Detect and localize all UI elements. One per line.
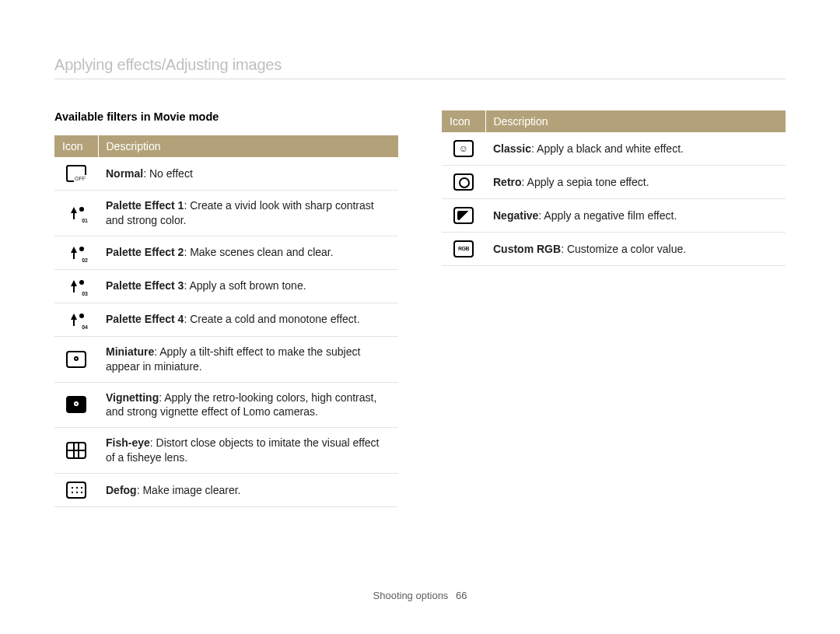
- svg-point-2: [79, 280, 84, 285]
- left-column: Available filters in Movie mode Icon Des…: [54, 110, 398, 507]
- col-header-icon: Icon: [442, 110, 485, 132]
- content-columns: Available filters in Movie mode Icon Des…: [54, 110, 786, 507]
- filter-name: Retro: [493, 176, 522, 188]
- table-row: 04 Palette Effect 4: Create a cold and m…: [54, 303, 398, 336]
- filter-name: Negative: [493, 209, 538, 222]
- table-row: Defog: Make image clearer.: [54, 474, 398, 507]
- filter-text: : Apply a soft brown tone.: [184, 279, 306, 292]
- table-row: Retro: Apply a sepia tone effect.: [442, 166, 786, 199]
- miniature-icon: [66, 351, 86, 368]
- filter-text: : No effect: [143, 167, 193, 180]
- svg-point-0: [79, 207, 84, 212]
- col-header-description: Description: [98, 135, 398, 157]
- filter-name: Palette Effect 2: [106, 246, 184, 258]
- section-heading: Available filters in Movie mode: [54, 110, 398, 123]
- table-row: Negative: Apply a negative film effect.: [442, 199, 786, 233]
- filter-text: : Make image clearer.: [137, 484, 241, 496]
- vignetting-icon: [66, 396, 86, 413]
- table-row: 03 Palette Effect 3: Apply a soft brown …: [54, 269, 398, 303]
- filter-text: : Customize a color value.: [561, 243, 686, 255]
- footer-section: Shooting options: [373, 590, 449, 601]
- custom-rgb-icon: [453, 240, 474, 257]
- filter-name: Palette Effect 3: [106, 279, 184, 292]
- negative-icon: [453, 207, 474, 224]
- filter-name: Miniature: [106, 345, 154, 358]
- classic-icon: [453, 140, 474, 157]
- filter-name: Custom RGB: [493, 243, 561, 255]
- table-row: 02 Palette Effect 2: Make scenes clean a…: [54, 236, 398, 269]
- table-row: Fish-eye: Distort close objects to imita…: [54, 428, 398, 474]
- retro-icon: [453, 173, 474, 191]
- filter-name: Classic: [493, 142, 531, 155]
- right-column: Icon Description Classic: Apply a black …: [442, 110, 786, 507]
- table-row: Custom RGB: Customize a color value.: [442, 233, 786, 266]
- table-row: 01 Palette Effect 1: Create a vivid look…: [54, 191, 398, 236]
- palette-1-icon: 01: [66, 205, 86, 222]
- col-header-description: Description: [485, 110, 786, 132]
- normal-off-icon: [66, 165, 86, 182]
- filters-table-right: Icon Description Classic: Apply a black …: [442, 110, 786, 266]
- filter-name: Vignetting: [106, 391, 159, 404]
- palette-4-icon: 04: [66, 311, 86, 328]
- svg-point-1: [79, 247, 84, 251]
- table-row: Miniature: Apply a tilt-shift effect to …: [54, 336, 398, 382]
- fisheye-icon: [66, 442, 86, 459]
- filter-name: Normal: [106, 167, 143, 180]
- table-row: Normal: No effect: [54, 157, 398, 191]
- defog-icon: [66, 482, 86, 499]
- page-footer: Shooting options 66: [0, 590, 840, 601]
- filter-name: Fish-eye: [106, 436, 150, 449]
- filter-text: : Create a cold and monotone effect.: [184, 313, 359, 325]
- table-row: Vignetting: Apply the retro-looking colo…: [54, 382, 398, 428]
- col-header-icon: Icon: [54, 135, 98, 157]
- table-row: Classic: Apply a black and white effect.: [442, 132, 786, 166]
- svg-point-3: [79, 313, 84, 318]
- palette-2-icon: 02: [66, 244, 86, 261]
- filter-text: : Apply a sepia tone effect.: [522, 176, 649, 188]
- filter-name: Palette Effect 1: [106, 199, 184, 212]
- filter-text: : Apply a black and white effect.: [531, 142, 684, 155]
- page-title: Applying effects/Adjusting images: [54, 56, 786, 79]
- filters-table-left: Icon Description Normal: No effect 01 Pa…: [54, 135, 398, 507]
- filter-name: Defog: [106, 484, 137, 496]
- filter-text: : Make scenes clean and clear.: [184, 246, 333, 258]
- filter-text: : Apply a negative film effect.: [538, 209, 677, 222]
- filter-name: Palette Effect 4: [106, 313, 184, 325]
- footer-page-number: 66: [456, 590, 467, 601]
- palette-3-icon: 03: [66, 278, 86, 295]
